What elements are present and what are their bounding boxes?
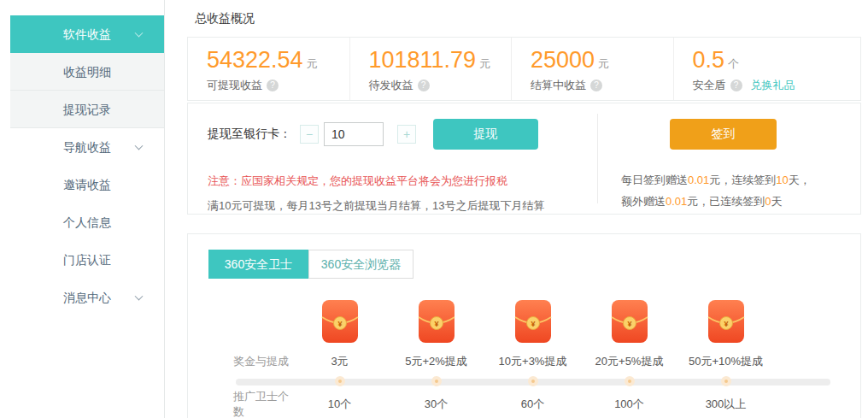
sidebar-item-label: 个人信息 — [63, 215, 111, 229]
stat-pending-income: 101811.79元 待发收益? — [349, 38, 512, 100]
chevron-down-icon — [135, 292, 144, 301]
chevron-down-icon — [135, 29, 144, 38]
stat-value: 101811.79 — [369, 47, 477, 73]
svg-text:¥: ¥ — [627, 320, 631, 328]
withdraw-button[interactable]: 提现 — [433, 119, 538, 150]
sidebar-item-navigation-income[interactable]: 导航收益 — [10, 128, 164, 166]
withdraw-card: 提现至银行卡： − + 提现 注意：应国家相关规定，您的提现收益平台将会为您进行… — [187, 103, 861, 215]
chevron-down-icon — [135, 142, 144, 150]
svg-text:¥: ¥ — [337, 320, 342, 328]
signin-text-highlight: 0.01 — [688, 174, 709, 186]
stat-settling-income: 25000元 结算中收益? — [511, 38, 673, 100]
sidebar-item-income-detail[interactable]: 收益明细 — [10, 53, 164, 91]
amount-decrease-button[interactable]: − — [300, 125, 319, 144]
guard-count-value: 10个 — [291, 397, 388, 412]
page-title: 总收益概况 — [195, 11, 255, 26]
signin-text-segment: 元，已连续签到 — [687, 195, 765, 208]
sidebar-item-personal-info[interactable]: 个人信息 — [10, 203, 164, 241]
total-earnings-overview-card: 54322.54元 可提现收益? 101811.79元 待发收益? 25000元… — [187, 37, 861, 101]
red-envelope-icon: ¥ — [291, 299, 388, 346]
sidebar-item-invite-income[interactable]: 邀请收益 — [10, 166, 164, 203]
bonus-tier-value: 20元+5%提成 — [581, 354, 677, 369]
stat-value: 54322.54 — [207, 47, 303, 73]
guard-count-value: 30个 — [388, 397, 484, 412]
bonus-tier-value: 3元 — [291, 354, 388, 369]
sidebar-item-label: 门店认证 — [63, 253, 111, 267]
stat-label: 待发收益 — [369, 78, 413, 93]
signin-text-highlight: 10 — [776, 174, 788, 186]
red-envelope-icon: ¥ — [581, 299, 677, 346]
bonus-row-label: 奖金与提成 — [208, 354, 291, 369]
stat-label: 安全盾 — [693, 78, 726, 93]
amount-increase-button[interactable]: + — [397, 125, 416, 144]
earnings-dashboard: 软件收益 收益明细 提现记录 导航收益 邀请收益 个人信息 门店认证 消息中心 … — [0, 0, 868, 418]
sidebar-item-label: 收益明细 — [63, 65, 111, 79]
progress-slider — [208, 374, 860, 391]
bonus-tier-value: 5元+2%提成 — [388, 354, 484, 369]
stat-label: 结算中收益 — [531, 78, 586, 93]
help-icon[interactable]: ? — [267, 79, 279, 91]
sidebar-item-message-center[interactable]: 消息中心 — [10, 279, 164, 316]
count-row-label: 推广卫士个数 — [208, 389, 291, 418]
stat-withdrawable-income: 54322.54元 可提现收益? — [188, 38, 349, 100]
stat-unit: 元 — [598, 57, 609, 70]
signin-text-segment: 额外赠送 — [621, 195, 666, 208]
withdraw-to-bank-label: 提现至银行卡： — [208, 127, 291, 142]
stat-label: 可提现收益 — [207, 78, 262, 93]
help-icon[interactable]: ? — [418, 79, 430, 91]
sidebar-item-withdraw-record[interactable]: 提现记录 — [10, 91, 164, 128]
tab-360-browser[interactable]: 360安全浏览器 — [308, 250, 413, 279]
signin-text-segment: 天， — [789, 174, 811, 186]
signin-text-segment: 天 — [771, 195, 783, 208]
sidebar-item-store-certification[interactable]: 门店认证 — [10, 241, 164, 279]
guard-count-value: 300以上 — [677, 397, 774, 412]
guard-count-value: 100个 — [581, 397, 677, 412]
stat-value: 25000 — [531, 47, 595, 73]
product-tabs: 360安全卫士 360安全浏览器 — [208, 250, 860, 279]
stat-value: 0.5 — [693, 47, 725, 73]
signin-text-highlight: 0.01 — [666, 195, 687, 208]
sidebar-item-software-income[interactable]: 软件收益 — [10, 15, 164, 53]
redeem-gift-link[interactable]: 兑换礼品 — [751, 78, 795, 93]
help-icon[interactable]: ? — [730, 79, 742, 91]
stat-unit: 个 — [728, 57, 739, 70]
sidebar-item-label: 软件收益 — [63, 27, 111, 41]
guard-count-value: 60个 — [484, 397, 581, 412]
svg-text:¥: ¥ — [724, 320, 728, 328]
signin-button[interactable]: 签到 — [670, 119, 777, 150]
bonus-ladder: ¥ ¥ ¥ ¥ ¥ 奖金与提成 3元 5元+2%提成 10元+3%提成 20元+… — [208, 302, 860, 413]
sidebar-item-label: 提现记录 — [63, 103, 111, 116]
red-envelope-icon: ¥ — [484, 299, 581, 346]
signin-rule-text: 每日签到赠送0.01元，连续签到10天， 额外赠送0.01元，已连续签到0天 — [621, 169, 860, 212]
signin-text-highlight: 0 — [765, 195, 771, 208]
red-envelope-icon: ¥ — [388, 299, 484, 346]
svg-text:¥: ¥ — [531, 320, 535, 328]
stat-unit: 元 — [479, 57, 490, 70]
withdraw-rule-text: 满10元可提现，每月13号之前提现当月结算，13号之后提现下月结算 — [208, 198, 597, 214]
sidebar: 软件收益 收益明细 提现记录 导航收益 邀请收益 个人信息 门店认证 消息中心 — [0, 0, 165, 418]
signin-section: 签到 每日签到赠送0.01元，连续签到10天， 额外赠送0.01元，已连续签到0… — [597, 114, 860, 203]
tab-360-safeguard[interactable]: 360安全卫士 — [208, 250, 308, 279]
tax-notice-text: 注意：应国家相关规定，您的提现收益平台将会为您进行报税 — [208, 174, 597, 189]
signin-text-segment: 元，连续签到 — [709, 174, 776, 186]
sidebar-item-label: 导航收益 — [63, 140, 111, 154]
promotion-bonus-card: 360安全卫士 360安全浏览器 ¥ ¥ ¥ ¥ ¥ 奖金与提成 3元 5元+2… — [187, 233, 861, 418]
red-envelope-icon: ¥ — [677, 299, 774, 346]
withdraw-section: 提现至银行卡： − + 提现 注意：应国家相关规定，您的提现收益平台将会为您进行… — [188, 103, 597, 214]
signin-text-segment: 每日签到赠送 — [621, 174, 688, 186]
stat-unit: 元 — [307, 57, 318, 70]
withdraw-amount-input[interactable] — [324, 122, 384, 146]
sidebar-item-label: 邀请收益 — [63, 178, 111, 191]
sidebar-item-label: 消息中心 — [63, 291, 111, 304]
bonus-tier-value: 50元+10%提成 — [677, 354, 774, 369]
help-icon[interactable]: ? — [590, 79, 602, 91]
stat-security-shield: 0.5个 安全盾?兑换礼品 — [673, 38, 860, 100]
svg-text:¥: ¥ — [434, 320, 438, 328]
bonus-tier-value: 10元+3%提成 — [484, 354, 581, 369]
